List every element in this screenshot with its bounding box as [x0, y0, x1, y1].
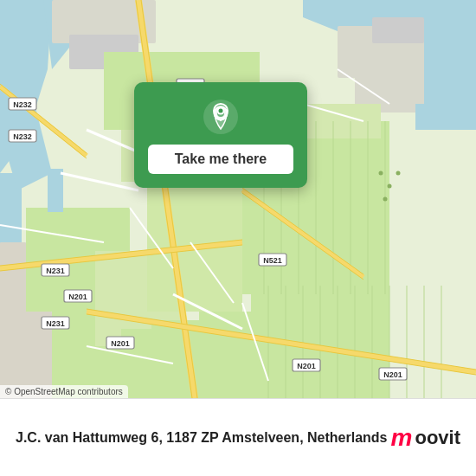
moovit-m-letter: m — [391, 424, 413, 452]
map-container: N232 N232 N231 N231 N231 N201 N201 N201 … — [0, 0, 476, 398]
svg-text:N231: N231 — [46, 319, 65, 328]
svg-rect-47 — [424, 69, 476, 113]
location-pin-icon — [202, 98, 240, 136]
svg-rect-45 — [48, 169, 63, 212]
map-copyright: © OpenStreetMap contributors — [0, 385, 128, 398]
svg-point-76 — [383, 197, 388, 202]
svg-point-103 — [219, 109, 223, 113]
take-me-there-button[interactable]: Take me there — [148, 145, 293, 174]
svg-point-73 — [379, 171, 383, 176]
address-text: J.C. van Hattumweg 6, 1187 ZP Amstelveen… — [16, 430, 391, 446]
moovit-logo: m oovit — [391, 424, 460, 452]
svg-text:N201: N201 — [383, 370, 402, 379]
svg-point-74 — [388, 184, 392, 189]
svg-rect-43 — [0, 242, 26, 329]
svg-text:N232: N232 — [13, 100, 32, 109]
svg-text:N231: N231 — [46, 267, 65, 275]
svg-text:N521: N521 — [263, 256, 282, 265]
map-popup[interactable]: Take me there — [134, 82, 307, 188]
svg-text:N201: N201 — [68, 293, 87, 301]
svg-text:N201: N201 — [111, 339, 130, 348]
info-bar: J.C. van Hattumweg 6, 1187 ZP Amstelveen… — [0, 398, 476, 476]
svg-rect-8 — [372, 17, 424, 43]
svg-point-75 — [396, 171, 401, 176]
moovit-text: oovit — [415, 427, 460, 449]
svg-text:N232: N232 — [13, 132, 32, 141]
svg-text:N201: N201 — [297, 362, 316, 370]
